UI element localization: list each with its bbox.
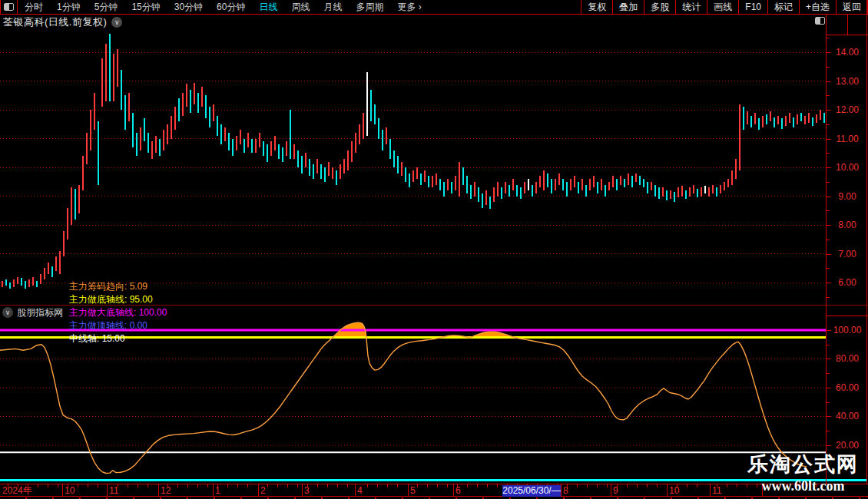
time-axis-tick <box>727 484 727 487</box>
watermark-site-name: 乐淘公式网 <box>747 451 859 478</box>
time-axis-tick <box>227 484 228 487</box>
axis-border-left <box>826 15 827 484</box>
price-axis-label: 8.00 <box>830 220 865 230</box>
month-label: 12 <box>161 486 171 496</box>
month-label: 5 <box>410 486 416 496</box>
month-separator <box>710 484 711 497</box>
time-axis-tick <box>367 484 368 487</box>
price-axis-label: 13.00 <box>830 76 865 87</box>
price-axis-label: 7.00 <box>830 249 865 259</box>
action-button-1[interactable]: 叠加 <box>612 0 644 14</box>
time-axis-tick <box>88 484 88 487</box>
time-axis-tick <box>577 484 578 487</box>
time-axis-tick <box>497 484 498 487</box>
month-label: 2 <box>260 486 266 496</box>
title-row: 荃银高科(日线.前复权) ∨ <box>3 16 122 28</box>
window-border-right <box>866 0 867 499</box>
period-tab-0[interactable]: 分时 <box>18 0 50 14</box>
toolbar-actions: 复权叠加多股统计画线F10标记+自选返回 <box>581 0 868 14</box>
month-separator <box>302 484 303 497</box>
indicator-axis-label: 60.00 <box>830 382 865 393</box>
price-axis-label: 11.00 <box>830 134 865 144</box>
action-button-6[interactable]: 标记 <box>767 0 799 14</box>
time-axis-tick <box>98 484 98 487</box>
price-axis-tick <box>827 139 831 140</box>
price-axis-label: 10.00 <box>830 162 865 173</box>
time-axis-tick <box>18 484 18 487</box>
time-axis-tick <box>207 484 208 487</box>
period-tab-8[interactable]: 月线 <box>316 0 349 14</box>
month-label: 4 <box>357 486 363 496</box>
action-button-8[interactable]: 返回 <box>836 0 868 14</box>
time-axis-tick <box>627 484 628 487</box>
time-axis-tick <box>487 484 488 487</box>
month-label: 6 <box>456 486 461 496</box>
price-axis-tick <box>827 254 831 255</box>
month-separator <box>355 484 356 497</box>
period-tab-1[interactable]: 1分钟 <box>50 0 88 14</box>
period-tab-2[interactable]: 5分钟 <box>88 0 125 14</box>
panel-toggle-icon[interactable] <box>815 17 825 25</box>
price-axis-tick <box>827 225 831 226</box>
time-axis-tick <box>48 484 48 487</box>
time-axis-tick <box>8 484 8 487</box>
period-tab-3[interactable]: 15分钟 <box>124 0 167 14</box>
month-separator <box>158 484 159 497</box>
month-separator <box>667 484 668 497</box>
axis-strip-divider-top <box>826 35 868 35</box>
period-tab-5[interactable]: 60分钟 <box>210 0 252 14</box>
price-axis-tick <box>827 197 831 197</box>
period-tab-9[interactable]: 多周期 <box>349 0 390 14</box>
month-separator <box>258 484 259 497</box>
time-axis-tick <box>347 484 348 487</box>
month-label: 11 <box>712 486 721 496</box>
action-button-3[interactable]: 统计 <box>675 0 707 14</box>
watermark: 乐淘公式网 www.60lt.com <box>747 451 859 494</box>
period-tab-10[interactable]: 更多 › <box>390 0 428 14</box>
time-axis-tick <box>637 484 638 487</box>
action-button-0[interactable]: 复权 <box>581 0 612 14</box>
price-axis-label: 14.00 <box>830 47 865 58</box>
period-tab-7[interactable]: 周线 <box>284 0 316 14</box>
zero-axis-line <box>0 479 866 481</box>
period-tab-4[interactable]: 30分钟 <box>167 0 210 14</box>
time-axis[interactable]: 2024年1011121234568910112025/06/30/— <box>0 484 868 497</box>
indicator-axis-tick <box>827 345 830 345</box>
indicator-chevron-icon[interactable]: ∨ <box>2 307 13 318</box>
price-axis-tick <box>827 38 830 38</box>
price-axis-tick <box>827 268 830 269</box>
time-axis-tick <box>467 484 468 487</box>
month-separator <box>107 484 108 497</box>
month-label: 9 <box>613 486 618 496</box>
price-axis-tick <box>827 52 831 53</box>
action-button-7[interactable]: +自选 <box>799 0 836 14</box>
action-button-2[interactable]: 多股 <box>644 0 675 14</box>
period-tab-6[interactable]: 日线 <box>252 0 284 14</box>
action-button-5[interactable]: F10 <box>738 0 767 14</box>
time-axis-tick <box>427 484 428 487</box>
time-axis-tick <box>287 484 288 487</box>
time-axis-tick <box>277 484 278 487</box>
month-separator <box>453 484 454 497</box>
action-button-4[interactable]: 画线 <box>707 0 738 14</box>
indicator-item-0: 主力筹码趋向: 5.09 <box>69 280 167 293</box>
time-axis-tick <box>417 484 418 487</box>
time-axis-tick <box>317 484 318 487</box>
time-axis-tick <box>337 484 338 487</box>
window-toggle-icon <box>4 3 14 11</box>
indicator-axis-label: 80.00 <box>830 353 865 364</box>
window-toggle-cell[interactable] <box>0 0 18 14</box>
indicator-axis-tick <box>827 402 830 403</box>
indicator-axis-label: 100.00 <box>830 325 865 335</box>
time-axis-tick <box>447 484 448 487</box>
candlestick-chart[interactable] <box>0 15 827 306</box>
time-axis-tick <box>647 484 648 487</box>
indicator-axis-tick <box>827 431 830 431</box>
indicator-values: 主力筹码趋向: 5.09主力做底轴线: 95.00主力做大底轴线: 100.00… <box>69 280 174 345</box>
price-axis-label: 12.00 <box>830 104 865 115</box>
price-axis-tick <box>827 81 831 82</box>
indicator-axis-tick <box>827 330 831 331</box>
price-axis-tick <box>827 240 830 240</box>
chevron-down-icon[interactable]: ∨ <box>111 17 122 28</box>
toolbar: 分时1分钟5分钟15分钟30分钟60分钟日线周线月线多周期更多 › 复权叠加多股… <box>0 0 868 15</box>
